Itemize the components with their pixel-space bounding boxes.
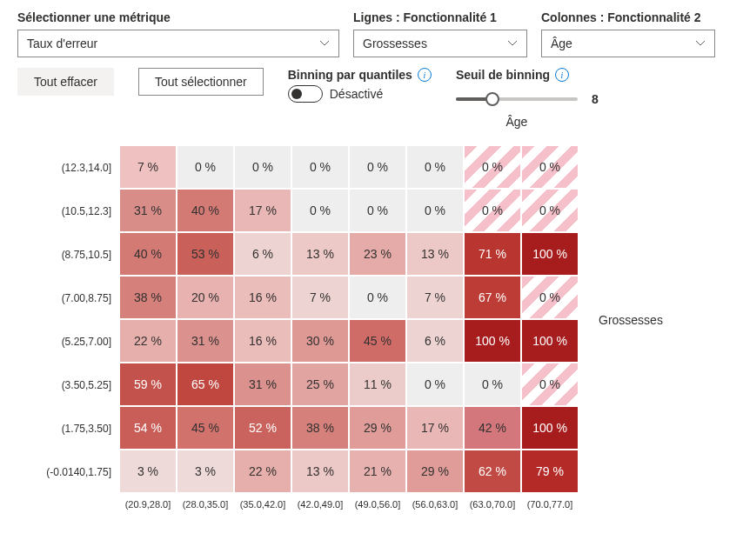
heatmap-cell[interactable]: 23 %	[350, 233, 405, 275]
heatmap-cell[interactable]: 62 %	[465, 450, 520, 492]
heatmap-cell[interactable]: 79 %	[522, 450, 578, 492]
heatmap-cell[interactable]: 21 %	[350, 450, 405, 492]
heatmap-cell[interactable]: 100 %	[522, 233, 578, 275]
heatmap-cell[interactable]: 31 %	[120, 190, 176, 231]
heatmap-cell[interactable]: 0 %	[407, 363, 463, 405]
heatmap-cell[interactable]: 0 %	[522, 190, 578, 231]
heatmap-cell[interactable]: 40 %	[177, 190, 233, 231]
heatmap-cell[interactable]: 29 %	[407, 450, 463, 492]
heatmap-cell[interactable]: 6 %	[235, 233, 291, 275]
heatmap-cell[interactable]: 100 %	[522, 407, 578, 449]
heatmap-cell[interactable]: 45 %	[350, 320, 405, 362]
heatmap-cell[interactable]: 11 %	[350, 363, 405, 405]
heatmap-cell[interactable]: 0 %	[350, 146, 405, 188]
heatmap-cell[interactable]: 40 %	[120, 233, 176, 275]
heatmap-cell[interactable]: 0 %	[407, 146, 463, 188]
heatmap-cell[interactable]: 45 %	[177, 407, 233, 449]
col-axis-tick: (20.9,28.0]	[120, 499, 176, 510]
heatmap-cell[interactable]: 0 %	[522, 277, 578, 318]
quantile-toggle-state: Désactivé	[330, 87, 383, 101]
heatmap-cell[interactable]: 16 %	[235, 320, 291, 362]
row-axis-tick: (-0.0140,1.75]	[17, 450, 120, 494]
heatmap-cell[interactable]: 0 %	[522, 363, 578, 405]
heatmap-cell[interactable]: 0 %	[235, 146, 291, 188]
row-axis-tick: (8.75,10.5]	[17, 233, 120, 277]
heatmap-cell[interactable]: 17 %	[407, 407, 463, 449]
chevron-down-icon	[695, 38, 706, 49]
heatmap-cell[interactable]: 20 %	[177, 277, 233, 318]
col-axis-tick: (70.0,77.0]	[522, 499, 578, 510]
heatmap-cell[interactable]: 100 %	[522, 320, 578, 362]
row-axis-tick: (3.50,5.25]	[17, 363, 120, 407]
heatmap-cell[interactable]: 31 %	[177, 320, 233, 362]
heatmap-cell[interactable]: 3 %	[120, 450, 176, 492]
heatmap-cell[interactable]: 13 %	[407, 233, 463, 275]
row-axis-tick: (7.00,8.75]	[17, 277, 120, 320]
heatmap-grid: 7 %0 %0 %0 %0 %0 %0 %0 %31 %40 %17 %0 %0…	[120, 146, 578, 494]
metric-dropdown[interactable]: Taux d'erreur	[17, 30, 339, 57]
row-axis-tick: (10.5,12.3]	[17, 190, 120, 233]
heatmap-cell[interactable]: 38 %	[292, 407, 348, 449]
heatmap-cell[interactable]: 53 %	[177, 233, 233, 275]
heatmap-cell[interactable]: 0 %	[465, 190, 520, 231]
heatmap-cell[interactable]: 7 %	[120, 146, 176, 188]
heatmap-cell[interactable]: 0 %	[407, 190, 463, 231]
col-axis-tick: (56.0,63.0]	[407, 499, 463, 510]
toggle-thumb	[291, 89, 302, 99]
cols-dropdown[interactable]: Âge	[541, 30, 715, 57]
heatmap-cell[interactable]: 54 %	[120, 407, 176, 449]
metric-dropdown-label: Sélectionner une métrique	[17, 10, 339, 24]
col-axis-tick: (28.0,35.0]	[177, 499, 233, 510]
chevron-down-icon	[319, 38, 330, 49]
rows-dropdown-value: Grossesses	[363, 37, 427, 50]
heatmap-cell[interactable]: 22 %	[235, 450, 291, 492]
heatmap-cell[interactable]: 16 %	[235, 277, 291, 318]
heatmap-cell[interactable]: 38 %	[120, 277, 176, 318]
binning-threshold-label: Seuil de binning	[456, 68, 550, 82]
slider-thumb[interactable]	[485, 92, 499, 106]
rows-dropdown-label: Lignes : Fonctionnalité 1	[353, 10, 527, 24]
heatmap-cell[interactable]: 0 %	[292, 146, 348, 188]
heatmap-cell[interactable]: 59 %	[120, 363, 176, 405]
col-axis-tick: (42.0,49.0]	[292, 499, 348, 510]
heatmap-cell[interactable]: 100 %	[465, 320, 520, 362]
heatmap-cell[interactable]: 25 %	[292, 363, 348, 405]
quantile-toggle[interactable]	[288, 85, 323, 103]
chevron-down-icon	[507, 38, 518, 49]
heatmap-cell[interactable]: 0 %	[350, 277, 405, 318]
heatmap-cell[interactable]: 52 %	[235, 407, 291, 449]
heatmap-cell[interactable]: 0 %	[465, 363, 520, 405]
heatmap-cell[interactable]: 29 %	[350, 407, 405, 449]
heatmap-cell[interactable]: 30 %	[292, 320, 348, 362]
heatmap-cell[interactable]: 17 %	[235, 190, 291, 231]
heatmap-cell[interactable]: 7 %	[407, 277, 463, 318]
heatmap-cell[interactable]: 71 %	[465, 233, 520, 275]
info-icon[interactable]: i	[418, 68, 432, 82]
heatmap-cell[interactable]: 0 %	[292, 190, 348, 231]
heatmap-cell[interactable]: 7 %	[292, 277, 348, 318]
heatmap-cell[interactable]: 42 %	[465, 407, 520, 449]
heatmap-cell[interactable]: 3 %	[177, 450, 233, 492]
quantile-toggle-label: Binning par quantiles	[288, 68, 412, 82]
heatmap-cell[interactable]: 0 %	[350, 190, 405, 231]
heatmap-cell[interactable]: 22 %	[120, 320, 176, 362]
heatmap-cell[interactable]: 65 %	[177, 363, 233, 405]
binning-threshold-value: 8	[592, 92, 599, 106]
col-axis-tick: (49.0,56.0]	[350, 499, 405, 510]
binning-threshold-sublabel: Âge	[456, 115, 578, 129]
heatmap-cell[interactable]: 0 %	[465, 146, 520, 188]
rows-dropdown[interactable]: Grossesses	[353, 30, 527, 57]
info-icon[interactable]: i	[555, 68, 569, 82]
heatmap-cell[interactable]: 6 %	[407, 320, 463, 362]
heatmap-cell[interactable]: 0 %	[522, 146, 578, 188]
heatmap-cell[interactable]: 0 %	[177, 146, 233, 188]
select-all-button[interactable]: Tout sélectionner	[138, 68, 264, 96]
heatmap-cell[interactable]: 13 %	[292, 450, 348, 492]
heatmap-cell[interactable]: 67 %	[465, 277, 520, 318]
col-axis-tick: (35.0,42.0]	[235, 499, 291, 510]
heatmap-cell[interactable]: 31 %	[235, 363, 291, 405]
metric-dropdown-value: Taux d'erreur	[27, 37, 97, 50]
clear-all-button[interactable]: Tout effacer	[17, 68, 114, 96]
heatmap-cell[interactable]: 13 %	[292, 233, 348, 275]
binning-threshold-slider[interactable]	[456, 97, 578, 101]
